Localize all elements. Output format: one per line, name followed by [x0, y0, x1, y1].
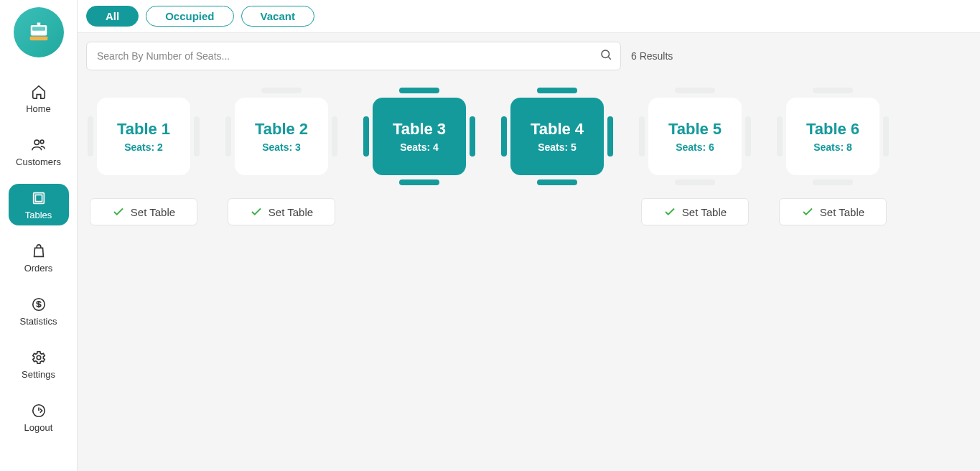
seat-indicator [537, 88, 577, 93]
table-column: Table 4Seats: 5 [500, 86, 615, 225]
table-column: Table 3Seats: 4 [362, 86, 477, 225]
check-icon [250, 205, 263, 218]
main-area: All Occupied Vacant 6 Results Table 1Sea… [78, 0, 980, 471]
table-card[interactable]: Table 6Seats: 8 [786, 98, 879, 175]
gear-icon [30, 349, 47, 366]
bag-icon [30, 243, 47, 260]
check-icon [112, 205, 125, 218]
set-table-button[interactable]: Set Table [90, 198, 197, 225]
nav-label: Tables [25, 210, 52, 220]
svg-point-5 [40, 140, 44, 144]
seat-indicator [883, 116, 889, 157]
table-column: Table 6Seats: 8Set Table [775, 86, 890, 225]
seat-indicator [88, 116, 93, 157]
seat-indicator [777, 116, 783, 157]
filter-bar: All Occupied Vacant [78, 0, 980, 33]
table-name: Table 3 [393, 120, 446, 139]
table-card[interactable]: Table 5Seats: 6 [648, 98, 742, 175]
filter-occupied[interactable]: Occupied [146, 6, 233, 27]
table-seats: Seats: 2 [124, 141, 163, 153]
home-icon [30, 83, 47, 101]
search-box [86, 42, 621, 70]
set-table-button[interactable]: Set Table [641, 198, 749, 225]
table-seats: Seats: 6 [676, 141, 714, 153]
seat-indicator [813, 88, 853, 93]
logout-icon [30, 402, 47, 419]
seat-indicator [745, 116, 751, 157]
svg-rect-3 [37, 23, 40, 25]
tables-icon [30, 190, 47, 207]
table-name: Table 2 [255, 120, 308, 139]
nav-logout[interactable]: Logout [9, 396, 69, 438]
table-card[interactable]: Table 4Seats: 5 [510, 98, 604, 175]
table-wrap: Table 6Seats: 8 [775, 86, 890, 187]
check-icon [663, 205, 676, 218]
nav-label: Settings [22, 369, 55, 380]
tables-grid: Table 1Seats: 2Set TableTable 2Seats: 3S… [78, 79, 980, 471]
set-table-label: Set Table [682, 206, 727, 218]
table-seats: Seats: 3 [262, 141, 301, 153]
search-row: 6 Results [78, 33, 980, 79]
nav-customers[interactable]: Customers [9, 131, 69, 172]
table-name: Table 4 [531, 120, 584, 139]
table-name: Table 6 [806, 120, 859, 139]
svg-rect-2 [29, 37, 47, 41]
results-count: 6 Results [631, 50, 673, 62]
check-icon [801, 205, 814, 218]
nav-tables[interactable]: Tables [9, 184, 69, 225]
table-wrap: Table 1Seats: 2 [86, 86, 201, 187]
nav-label: Home [26, 103, 51, 114]
nav-label: Statistics [19, 316, 57, 327]
set-table-label: Set Table [131, 206, 175, 218]
nav-home[interactable]: Home [9, 78, 69, 119]
seat-indicator [261, 88, 302, 93]
seat-indicator [537, 179, 577, 185]
seat-indicator [399, 88, 439, 93]
table-column: Table 1Seats: 2Set Table [86, 86, 201, 225]
table-column: Table 2Seats: 3Set Table [224, 86, 339, 225]
table-column: Table 5Seats: 6Set Table [638, 86, 752, 225]
seat-indicator [194, 116, 200, 157]
table-seats: Seats: 5 [538, 141, 577, 153]
table-wrap: Table 5Seats: 6 [638, 86, 752, 187]
svg-point-9 [37, 355, 41, 360]
app-logo [14, 7, 64, 57]
svg-rect-1 [32, 27, 45, 31]
table-wrap: Table 4Seats: 5 [500, 86, 615, 187]
seat-indicator [470, 116, 475, 157]
seat-indicator [225, 116, 231, 157]
nav-label: Customers [16, 157, 61, 167]
set-table-label: Set Table [269, 206, 313, 218]
seat-indicator [675, 179, 715, 185]
sidebar: Home Customers Tables Orders Statistics … [0, 0, 78, 471]
table-name: Table 5 [668, 120, 722, 139]
nav-label: Logout [24, 422, 53, 433]
table-wrap: Table 3Seats: 4 [362, 86, 477, 187]
set-table-button[interactable]: Set Table [228, 198, 335, 225]
filter-vacant[interactable]: Vacant [241, 6, 314, 27]
filter-all[interactable]: All [86, 6, 139, 27]
nav-settings[interactable]: Settings [9, 343, 69, 385]
table-seats: Seats: 4 [400, 141, 439, 153]
seat-indicator [399, 179, 439, 185]
nav-label: Orders [24, 263, 53, 274]
search-icon[interactable] [599, 48, 612, 64]
table-wrap: Table 2Seats: 3 [224, 86, 339, 187]
set-table-button[interactable]: Set Table [779, 198, 887, 225]
search-input[interactable] [86, 42, 621, 70]
table-card[interactable]: Table 2Seats: 3 [235, 98, 328, 175]
seat-indicator [813, 179, 853, 185]
table-seats: Seats: 8 [813, 141, 852, 153]
table-card[interactable]: Table 3Seats: 4 [373, 98, 466, 175]
seat-indicator [607, 116, 613, 157]
seat-indicator [332, 116, 337, 157]
register-icon [26, 19, 52, 45]
nav-statistics[interactable]: Statistics [9, 290, 69, 332]
svg-rect-7 [35, 195, 42, 201]
dollar-icon [30, 296, 47, 313]
svg-point-4 [34, 140, 39, 144]
table-card[interactable]: Table 1Seats: 2 [97, 98, 190, 175]
nav-orders[interactable]: Orders [9, 237, 69, 279]
seat-indicator [501, 116, 507, 157]
set-table-label: Set Table [820, 206, 864, 218]
